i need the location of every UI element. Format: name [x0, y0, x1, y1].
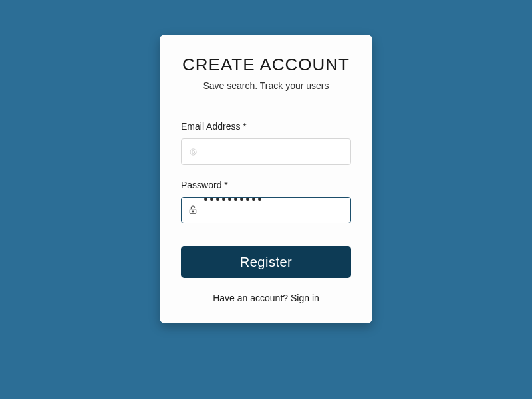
password-dot [258, 198, 261, 201]
page-subtitle: Save search. Track your users [203, 80, 329, 91]
password-dot [246, 198, 249, 201]
create-account-card: CREATE ACCOUNT Save search. Track your u… [160, 35, 372, 323]
divider [229, 106, 303, 106]
password-dot [222, 198, 225, 201]
register-button[interactable]: Register [181, 246, 351, 278]
svg-point-0 [192, 150, 194, 153]
password-input[interactable] [204, 198, 350, 223]
at-icon [182, 147, 204, 157]
signin-row: Have an account? Sign in [181, 293, 351, 303]
page-title: CREATE ACCOUNT [182, 55, 350, 75]
password-label: Password * [181, 180, 351, 190]
password-input-wrap[interactable] [181, 197, 351, 223]
email-input[interactable] [204, 139, 350, 164]
email-field-group: Email Address * [181, 121, 351, 165]
lock-icon [182, 205, 204, 215]
email-input-wrap[interactable] [181, 138, 351, 165]
password-dot [210, 198, 213, 201]
password-dot [240, 198, 243, 201]
svg-point-2 [192, 211, 194, 212]
signin-prompt: Have an account? [213, 293, 291, 303]
password-dot [234, 198, 237, 201]
password-field-group: Password * [181, 180, 351, 223]
email-label: Email Address * [181, 121, 351, 132]
password-dot [204, 198, 207, 201]
signin-link[interactable]: Sign in [291, 293, 319, 303]
password-dot [228, 198, 231, 201]
register-form: Email Address * Password * [181, 121, 351, 303]
password-dot [252, 198, 255, 201]
password-dot [216, 198, 219, 201]
